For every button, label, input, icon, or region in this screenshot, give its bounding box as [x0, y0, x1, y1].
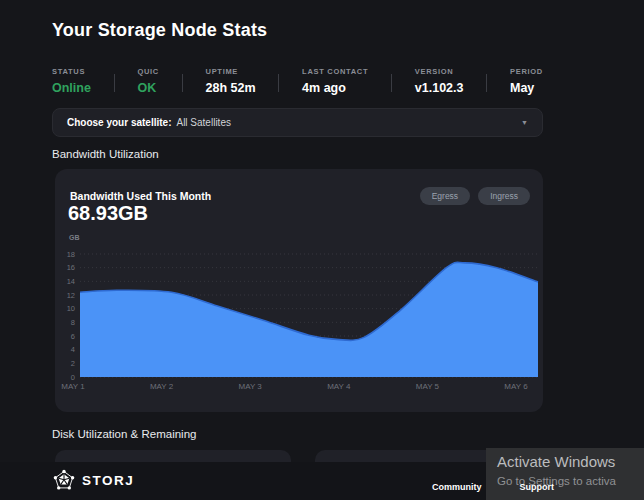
storj-brand-text: STORJ [82, 473, 134, 488]
status-item-value: May [510, 81, 543, 95]
svg-text:12: 12 [67, 291, 75, 300]
svg-text:MAY 3: MAY 3 [239, 382, 263, 391]
chart-y-axis-unit: GB [69, 234, 80, 241]
status-item-quic: QUICOK [137, 67, 159, 95]
svg-text:MAY 2: MAY 2 [150, 382, 174, 391]
svg-text:18: 18 [67, 250, 75, 259]
bandwidth-total-value: 68.93GB [68, 202, 148, 225]
footer-links: CommunitySupport [432, 482, 554, 492]
status-item-version: VERSIONv1.102.3 [415, 67, 464, 95]
status-item-value: Online [52, 81, 91, 95]
status-separator [182, 74, 183, 92]
status-item-value: 28h 52m [206, 81, 256, 95]
disk-section-heading: Disk Utilization & Remaining [52, 428, 196, 440]
footer-link-community[interactable]: Community [432, 482, 482, 492]
bandwidth-section-heading: Bandwidth Utilization [52, 148, 159, 160]
bandwidth-card-title: Bandwidth Used This Month [70, 190, 211, 202]
status-item-label: PERIOD [510, 67, 543, 76]
svg-text:4: 4 [71, 345, 75, 354]
satellite-dropdown[interactable]: Choose your satellite: All Satellites ▼ [52, 108, 543, 137]
svg-text:8: 8 [71, 318, 75, 327]
status-item-label: LAST CONTACT [302, 67, 368, 76]
satellite-dropdown-label: Choose your satellite: [67, 117, 171, 128]
chevron-down-icon: ▼ [521, 119, 528, 126]
svg-text:14: 14 [67, 277, 75, 286]
status-item-value: v1.102.3 [415, 81, 464, 95]
windows-activation-watermark: Activate Windows Go to Settings to activ… [486, 448, 644, 500]
svg-text:10: 10 [67, 304, 75, 313]
status-separator [278, 74, 279, 92]
ingress-button[interactable]: Ingress [478, 187, 530, 205]
status-item-label: QUIC [137, 67, 159, 76]
svg-text:16: 16 [67, 263, 75, 272]
status-bar: STATUSOnlineQUICOKUPTIME28h 52mLAST CONT… [52, 67, 543, 95]
status-separator [391, 74, 392, 92]
storage-node-dashboard: Your Storage Node Stats STATUSOnlineQUIC… [0, 0, 644, 500]
status-item-label: VERSION [415, 67, 464, 76]
status-item-label: STATUS [52, 67, 91, 76]
status-item-label: UPTIME [206, 67, 256, 76]
status-item-uptime: UPTIME28h 52m [206, 67, 256, 95]
svg-text:MAY 4: MAY 4 [327, 382, 351, 391]
svg-text:6: 6 [71, 332, 75, 341]
status-item-value: 4m ago [302, 81, 368, 95]
svg-text:MAY 6: MAY 6 [504, 382, 528, 391]
bandwidth-card: 024681012141618MAY 1MAY 2MAY 3MAY 4MAY 5… [55, 169, 543, 412]
svg-text:0: 0 [71, 373, 75, 382]
egress-ingress-buttons: EgressIngress [420, 187, 530, 205]
status-item-period: PERIODMay [510, 67, 543, 95]
egress-button[interactable]: Egress [420, 187, 470, 205]
status-item-status: STATUSOnline [52, 67, 91, 95]
status-item-value: OK [137, 81, 159, 95]
svg-text:2: 2 [71, 359, 75, 368]
footer-link-support[interactable]: Support [520, 482, 555, 492]
svg-text:MAY 5: MAY 5 [416, 382, 440, 391]
page-title: Your Storage Node Stats [52, 20, 267, 41]
storj-brand: STORJ [53, 469, 134, 492]
status-separator [486, 74, 487, 92]
storj-logo-icon [53, 469, 75, 492]
status-item-last-contact: LAST CONTACT4m ago [302, 67, 368, 95]
satellite-dropdown-value: All Satellites [176, 117, 230, 128]
status-separator [114, 74, 115, 92]
activate-windows-text: Activate Windows [497, 453, 644, 470]
svg-text:MAY 1: MAY 1 [61, 382, 85, 391]
